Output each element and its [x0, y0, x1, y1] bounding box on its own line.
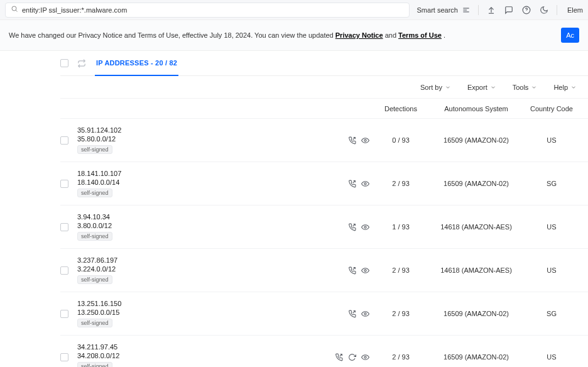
row-cidr: 13.250.0.0/15	[77, 309, 319, 316]
row-as: 14618 (AMAZON-AES)	[426, 266, 526, 274]
refresh-icon[interactable]	[348, 353, 356, 361]
sort-by-dropdown[interactable]: Sort by	[420, 84, 451, 91]
col-autonomous-system: Autonomous System	[426, 105, 526, 112]
row-detections: 0 / 93	[376, 136, 426, 144]
row-cidr: 34.208.0.0/12	[77, 352, 319, 359]
comment-icon[interactable]	[504, 5, 514, 15]
smart-search-label: Smart search	[417, 6, 458, 14]
view-icon[interactable]	[361, 353, 369, 361]
row-as: 16509 (AMAZON-02)	[426, 136, 526, 144]
row-actions	[319, 223, 369, 231]
phone-icon[interactable]	[348, 266, 356, 275]
row-detections: 2 / 93	[376, 180, 426, 187]
view-icon[interactable]	[361, 266, 369, 275]
row-as: 16509 (AMAZON-02)	[426, 180, 526, 187]
row-cidr: 35.80.0.0/12	[77, 135, 319, 143]
row-ip: 13.251.16.150	[77, 300, 319, 307]
elem-label[interactable]: Elem	[567, 6, 583, 14]
result-row[interactable]: 18.141.10.10718.140.0.0/14self-signed2 /…	[60, 162, 588, 205]
phone-icon[interactable]	[348, 180, 356, 188]
result-row[interactable]: 3.94.10.343.80.0.0/12self-signed1 / 9314…	[60, 205, 588, 249]
row-detections: 1 / 93	[376, 223, 426, 231]
result-row[interactable]: 13.251.16.15013.250.0.0/15self-signed2 /…	[60, 292, 588, 336]
col-detections: Detections	[376, 105, 426, 112]
row-checkbox[interactable]	[60, 353, 68, 361]
result-row[interactable]: 34.211.97.4534.208.0.0/12self-signed2 / …	[60, 336, 588, 367]
svg-point-9	[364, 139, 366, 141]
tab-ip-addresses[interactable]: IP ADDRESSES - 20 / 82	[95, 51, 178, 76]
help-icon[interactable]	[521, 5, 531, 15]
toolbar-separator	[478, 5, 479, 15]
row-cc: SG	[526, 180, 577, 187]
view-icon[interactable]	[361, 180, 369, 188]
search-bar: Smart search Elem	[0, 0, 588, 20]
row-actions	[319, 353, 369, 361]
row-actions	[319, 266, 369, 275]
row-checkbox[interactable]	[60, 223, 68, 231]
select-all-checkbox[interactable]	[60, 59, 68, 67]
chevron-down-icon	[570, 84, 577, 90]
row-cc: SG	[526, 310, 577, 317]
phone-icon[interactable]	[348, 223, 356, 231]
result-row[interactable]: 3.237.86.1973.224.0.0/12self-signed2 / 9…	[60, 249, 588, 292]
row-tag: self-signed	[77, 145, 112, 154]
view-icon[interactable]	[361, 223, 369, 231]
list-toolbar: Sort by Export Tools Help	[60, 76, 588, 99]
view-icon[interactable]	[361, 310, 369, 318]
export-label: Export	[467, 84, 487, 91]
svg-line-12	[353, 224, 356, 226]
row-as: 14618 (AMAZON-AES)	[426, 223, 526, 231]
svg-line-10	[353, 180, 356, 183]
notice-and: and	[385, 31, 398, 39]
toolbar-separator	[557, 5, 557, 15]
view-icon[interactable]	[361, 136, 369, 145]
result-row[interactable]: 35.91.124.10235.80.0.0/12self-signed0 / …	[60, 119, 588, 162]
row-checkbox[interactable]	[60, 136, 68, 145]
row-tag: self-signed	[77, 362, 112, 367]
row-ip: 3.237.86.197	[77, 256, 319, 264]
row-tag: self-signed	[77, 275, 112, 284]
sort-label: Sort by	[420, 84, 442, 91]
row-tag: self-signed	[77, 189, 112, 197]
row-as: 16509 (AMAZON-02)	[426, 353, 526, 361]
chevron-down-icon	[531, 84, 537, 90]
column-headers: Detections Autonomous System Country Cod…	[60, 99, 588, 119]
search-input[interactable]	[22, 6, 404, 14]
row-ip: 35.91.124.102	[77, 126, 319, 134]
notice-accept-button[interactable]: Ac	[561, 28, 579, 43]
privacy-link[interactable]: Privacy Notice	[335, 31, 383, 39]
help-dropdown[interactable]: Help	[553, 84, 577, 91]
smart-search-toggle[interactable]: Smart search	[417, 6, 471, 14]
row-checkbox[interactable]	[60, 180, 68, 188]
notice-prefix: We have changed our Privacy Notice and T…	[9, 31, 335, 39]
swap-icon[interactable]	[77, 59, 86, 68]
phone-icon[interactable]	[348, 136, 356, 145]
tools-label: Tools	[513, 84, 529, 91]
terms-link[interactable]: Terms of Use	[398, 31, 442, 39]
export-dropdown[interactable]: Export	[467, 84, 496, 91]
row-as: 16509 (AMAZON-02)	[426, 310, 526, 317]
toolbar-right: Smart search Elem	[417, 5, 583, 15]
svg-line-1	[16, 10, 17, 11]
row-ip: 34.211.97.45	[77, 343, 319, 351]
svg-point-0	[12, 6, 16, 11]
notice-text: We have changed our Privacy Notice and T…	[9, 31, 445, 39]
tools-dropdown[interactable]: Tools	[513, 84, 538, 91]
help-label: Help	[553, 84, 568, 91]
phone-icon[interactable]	[348, 310, 356, 318]
row-info: 3.237.86.1973.224.0.0/12self-signed	[77, 256, 319, 284]
row-checkbox[interactable]	[60, 310, 68, 318]
notice-banner: We have changed our Privacy Notice and T…	[0, 20, 588, 51]
row-checkbox[interactable]	[60, 266, 68, 275]
svg-line-18	[340, 354, 342, 356]
search-field[interactable]	[5, 3, 410, 18]
row-actions	[319, 180, 369, 188]
row-cidr: 3.80.0.0/12	[77, 222, 319, 229]
theme-icon[interactable]	[539, 5, 549, 15]
svg-point-17	[364, 312, 366, 314]
col-country-code: Country Code	[526, 105, 577, 112]
row-cc: US	[526, 136, 577, 144]
upload-icon[interactable]	[486, 5, 496, 15]
phone-icon[interactable]	[335, 353, 343, 361]
chevron-down-icon	[490, 84, 496, 90]
